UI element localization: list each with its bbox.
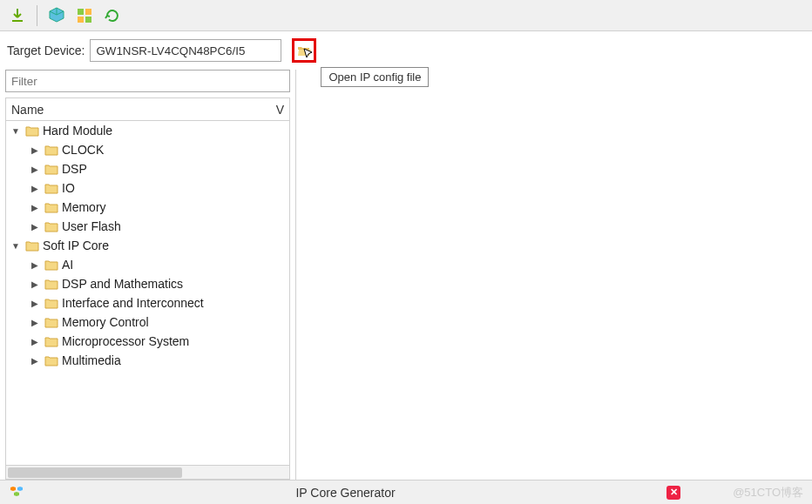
chevron-icon: ▶ [29, 145, 41, 155]
filter-input[interactable] [5, 70, 290, 92]
tree-item-label: DSP [62, 162, 87, 176]
chevron-icon: ▶ [29, 337, 41, 346]
folder-icon [44, 278, 58, 290]
chevron-icon: ▶ [29, 165, 41, 174]
toolbar-divider [37, 5, 37, 26]
folder-icon [44, 354, 58, 366]
folder-icon [44, 201, 58, 213]
tree-item[interactable]: ▶CLOCK [6, 140, 289, 159]
folder-icon [44, 335, 58, 347]
status-bar: IP Core Generator ✕ @51CTO博客 [0, 480, 812, 504]
cube-button[interactable] [44, 3, 69, 28]
tree-item-label: Interface and Interconnect [62, 296, 204, 310]
tree-item[interactable]: ▶DSP and Mathematics [6, 274, 289, 293]
tree-item-label: User Flash [62, 219, 121, 233]
grid-button[interactable] [72, 3, 97, 28]
target-device-row: Target Device: Open IP config file [0, 31, 812, 70]
tree-item[interactable]: ▶Memory Control [6, 312, 289, 332]
tree-header[interactable]: Name V [6, 98, 289, 121]
chevron-icon: ▶ [29, 203, 41, 212]
scrollbar-thumb[interactable] [8, 467, 182, 478]
chevron-icon: ▼ [10, 126, 22, 136]
tree-item[interactable]: ▶Interface and Interconnect [6, 293, 289, 312]
tree-item-label: DSP and Mathematics [62, 277, 183, 291]
tree-body: ▼Hard Module▶CLOCK▶DSP▶IO▶Memory▶User Fl… [6, 121, 289, 465]
folder-icon [44, 182, 58, 194]
tree-item[interactable]: ▶Microprocessor System [6, 332, 289, 351]
refresh-button[interactable] [100, 3, 125, 28]
download-button[interactable] [5, 3, 30, 28]
status-title: IP Core Generator [24, 486, 667, 500]
tree-header-v: V [276, 103, 284, 117]
close-button[interactable]: ✕ [667, 486, 680, 500]
folder-icon [44, 316, 58, 328]
tree-item[interactable]: ▶Multimedia [6, 351, 289, 370]
horizontal-scrollbar[interactable] [6, 465, 289, 479]
tree-item[interactable]: ▶AI [6, 255, 289, 274]
tree-item[interactable]: ▼Hard Module [6, 121, 289, 140]
folder-icon [25, 124, 39, 137]
right-panel [296, 70, 812, 480]
svg-rect-2 [78, 17, 84, 23]
refresh-icon [104, 7, 121, 24]
chevron-icon: ▶ [29, 299, 41, 308]
chevron-icon: ▶ [29, 356, 41, 366]
tree-item-label: IO [62, 181, 75, 195]
tree-item[interactable]: ▶IO [6, 178, 289, 198]
main-toolbar [0, 0, 812, 31]
tree-item-label: Multimedia [62, 353, 121, 367]
watermark: @51CTO博客 [733, 485, 803, 501]
folder-icon [44, 163, 58, 175]
tree-item-label: AI [62, 258, 73, 272]
cubes-icon [9, 483, 24, 501]
chevron-icon: ▶ [29, 279, 41, 289]
tree-item-label: Memory [62, 200, 106, 214]
folder-icon [25, 239, 39, 252]
tree-item[interactable]: ▼Soft IP Core [6, 236, 289, 255]
svg-rect-1 [85, 9, 91, 15]
tree-container: Name V ▼Hard Module▶CLOCK▶DSP▶IO▶Memory▶… [5, 97, 290, 480]
folder-icon [44, 144, 58, 156]
svg-rect-0 [78, 9, 84, 15]
chevron-icon: ▶ [29, 318, 41, 327]
tree-item-label: Soft IP Core [43, 239, 109, 252]
target-device-input[interactable] [90, 39, 281, 62]
folder-icon [44, 259, 58, 271]
chevron-icon: ▶ [29, 184, 41, 193]
tree-item[interactable]: ▶DSP [6, 159, 289, 178]
cube-icon [47, 6, 66, 25]
cursor-icon [303, 48, 315, 60]
tree-item-label: Microprocessor System [62, 334, 189, 348]
tree-item-label: Hard Module [43, 124, 112, 138]
chevron-icon: ▶ [29, 222, 41, 232]
tree-item[interactable]: ▶User Flash [6, 217, 289, 236]
target-device-label: Target Device: [7, 44, 85, 57]
chevron-icon: ▶ [29, 260, 41, 270]
folder-icon [44, 297, 58, 309]
main-area: Name V ▼Hard Module▶CLOCK▶DSP▶IO▶Memory▶… [0, 70, 812, 480]
open-ip-config-button[interactable]: Open IP config file [292, 38, 316, 63]
download-icon [9, 7, 26, 24]
tooltip: Open IP config file [321, 67, 429, 87]
tree-item[interactable]: ▶Memory [6, 198, 289, 217]
folder-icon [44, 220, 58, 232]
grid-icon [76, 7, 93, 24]
tree-item-label: CLOCK [62, 143, 104, 157]
tree-item-label: Memory Control [62, 315, 149, 329]
svg-rect-3 [85, 17, 91, 23]
tree-header-name: Name [11, 103, 44, 117]
chevron-icon: ▼ [10, 241, 22, 251]
left-panel: Name V ▼Hard Module▶CLOCK▶DSP▶IO▶Memory▶… [0, 70, 296, 480]
